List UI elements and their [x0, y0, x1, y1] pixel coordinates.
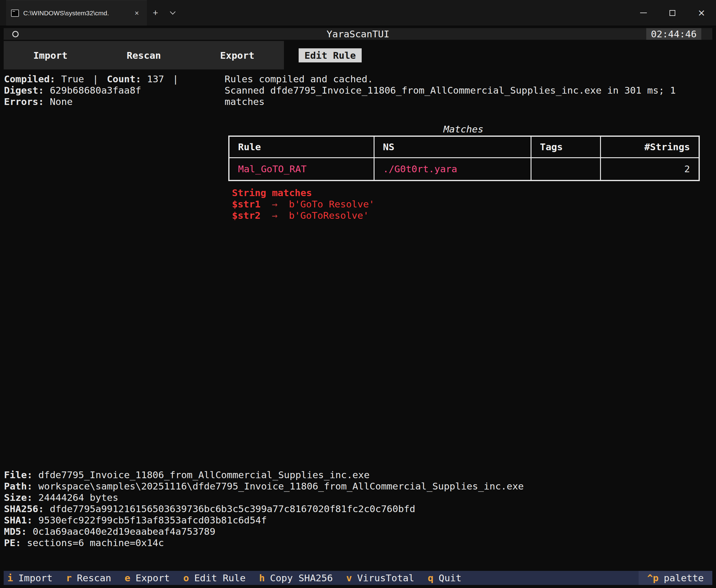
md5-value: 0c1a69aac040e2d19eaabeaf4a753789	[33, 526, 215, 537]
sha256-value: dfde7795a991216156503639736bc6b3c5c399a7…	[50, 503, 415, 514]
tab-export[interactable]: Export	[191, 41, 284, 69]
key-hint: o	[183, 572, 189, 583]
count-label: Count:	[107, 74, 141, 85]
footer-quit[interactable]: q Quit	[428, 572, 461, 583]
scan-message-pane: Rules compiled and cached. Scanned dfde7…	[225, 74, 704, 107]
header-clock: 02:44:46	[646, 28, 701, 40]
pe-label: PE:	[4, 537, 21, 548]
column-tags[interactable]: Tags	[531, 136, 601, 158]
compiled-count-line: Compiled: True | Count: 137 |	[4, 74, 187, 85]
terminal-tab[interactable]: C:\WINDOWS\system32\cmd. ×	[6, 0, 147, 26]
string-value: b'GoToResolve'	[289, 210, 369, 221]
separator: |	[173, 74, 178, 85]
match-row[interactable]: Mal_GoTO_RAT ./G0t0rt.yara 2	[229, 158, 699, 181]
md5-line: MD5: 0c1a69aac040e2d19eaabeaf4a753789	[4, 526, 524, 537]
pe-line: PE: sections=6 machine=0x14c	[4, 537, 524, 548]
key-hint: e	[125, 572, 130, 583]
footer-import[interactable]: i Import	[7, 572, 52, 583]
maximize-icon	[670, 10, 675, 16]
footer-palette[interactable]: ^p palette	[638, 571, 712, 585]
window-controls: ×	[629, 0, 716, 26]
key-hint: ^p	[647, 572, 658, 583]
tab-rescan[interactable]: Rescan	[97, 41, 190, 69]
string-match-line: $str2 → b'GoToResolve'	[232, 210, 375, 221]
footer-copy-sha256[interactable]: h Copy SHA256	[259, 572, 333, 583]
tab-edit-rule-zone: Edit Rule	[284, 41, 376, 69]
string-matches-panel: String matches $str1 → b'GoTo Resolve' $…	[232, 187, 375, 221]
errors-line: Errors: None	[4, 96, 187, 107]
matches-table: Rule NS Tags #Strings Mal_GoTO_RAT ./G0t…	[228, 135, 700, 181]
app-header: YaraScanTUI 02:44:46	[4, 28, 712, 40]
string-matches-title: String matches	[232, 187, 375, 198]
minimize-icon	[640, 13, 647, 13]
sha1-label: SHA1:	[4, 514, 33, 526]
matches-header-row: Rule NS Tags #Strings	[229, 136, 699, 158]
digest-value: 629b68680a3faa8f	[50, 85, 141, 96]
file-info-panel: File: dfde7795_Invoice_11806_from_AllCom…	[4, 469, 524, 548]
column-ns[interactable]: NS	[374, 136, 531, 158]
match-rule-cell[interactable]: Mal_GoTO_RAT	[229, 158, 374, 181]
column-strings[interactable]: #Strings	[601, 136, 699, 158]
digest-line: Digest: 629b68680a3faa8f	[4, 85, 187, 96]
maximize-button[interactable]	[658, 0, 687, 26]
new-tab-button[interactable]: +	[147, 0, 164, 26]
tab-import[interactable]: Import	[4, 41, 97, 69]
key-hint: i	[7, 572, 13, 583]
path-label: Path:	[4, 481, 33, 492]
arrow-icon: →	[272, 198, 277, 210]
tab-strip: Import Rescan Export	[4, 41, 284, 69]
window-titlebar: C:\WINDOWS\system32\cmd. × + ×	[0, 0, 716, 26]
key-hint: q	[428, 572, 434, 583]
path-line: Path: workspace\samples\20251116\dfde779…	[4, 481, 524, 492]
match-strings-cell[interactable]: 2	[601, 158, 699, 181]
sha1-value: 9530efc922f99cb5f13af8353afcd03b81c6d54f	[38, 514, 267, 526]
tab-dropdown-button[interactable]	[164, 0, 181, 26]
footer-rescan[interactable]: r Rescan	[66, 572, 111, 583]
count-value: 137	[147, 74, 164, 85]
rules-compiled-message: Rules compiled and cached.	[225, 74, 704, 85]
terminal-tab-title: C:\WINDOWS\system32\cmd.	[23, 9, 127, 17]
arrow-icon: →	[272, 210, 277, 221]
string-value: b'GoTo Resolve'	[289, 198, 375, 210]
header-circle-icon[interactable]	[12, 31, 19, 37]
compiled-value: True	[61, 74, 84, 85]
footer-export[interactable]: e Export	[125, 572, 170, 583]
rules-status-pane: Compiled: True | Count: 137 | Digest: 62…	[4, 74, 187, 107]
minimize-button[interactable]	[629, 0, 658, 26]
file-value: dfde7795_Invoice_11806_from_AllCommercia…	[38, 469, 370, 481]
string-name: $str2	[232, 210, 260, 221]
compiled-label: Compiled:	[4, 74, 56, 85]
matches-title: Matches	[228, 124, 699, 134]
pe-value: sections=6 machine=0x14c	[27, 537, 164, 548]
footer-virustotal[interactable]: v VirusTotal	[346, 572, 414, 583]
app-title: YaraScanTUI	[4, 28, 712, 40]
size-line: Size: 24444264 bytes	[4, 492, 524, 503]
close-icon: ×	[698, 8, 705, 17]
app-tab-bar: Import Rescan Export Edit Rule	[4, 41, 712, 69]
file-line: File: dfde7795_Invoice_11806_from_AllCom…	[4, 469, 524, 481]
separator: |	[93, 74, 99, 85]
size-value: 24444264 bytes	[38, 492, 118, 503]
match-ns-cell[interactable]: ./G0t0rt.yara	[374, 158, 531, 181]
errors-label: Errors:	[4, 96, 44, 107]
tab-edit-rule[interactable]: Edit Rule	[299, 48, 362, 62]
column-rule[interactable]: Rule	[229, 136, 374, 158]
key-hint: h	[259, 572, 265, 583]
cmd-prompt-icon	[11, 9, 19, 17]
match-tags-cell[interactable]	[531, 158, 601, 181]
close-button[interactable]: ×	[687, 0, 716, 26]
tab-close-icon[interactable]: ×	[131, 8, 142, 18]
scan-result-message: Scanned dfde7795_Invoice_11806_from_AllC…	[225, 85, 704, 107]
path-value: workspace\samples\20251116\dfde7795_Invo…	[38, 481, 524, 492]
sha256-label: SHA256:	[4, 503, 44, 514]
key-hint: v	[346, 572, 352, 583]
footer-edit-rule[interactable]: o Edit Rule	[183, 572, 246, 583]
string-match-line: $str1 → b'GoTo Resolve'	[232, 198, 375, 210]
digest-label: Digest:	[4, 85, 44, 96]
file-label: File:	[4, 469, 33, 481]
errors-value: None	[50, 96, 73, 107]
size-label: Size:	[4, 492, 33, 503]
sha1-line: SHA1: 9530efc922f99cb5f13af8353afcd03b81…	[4, 514, 524, 526]
string-name: $str1	[232, 198, 260, 210]
chevron-down-icon	[170, 9, 175, 14]
